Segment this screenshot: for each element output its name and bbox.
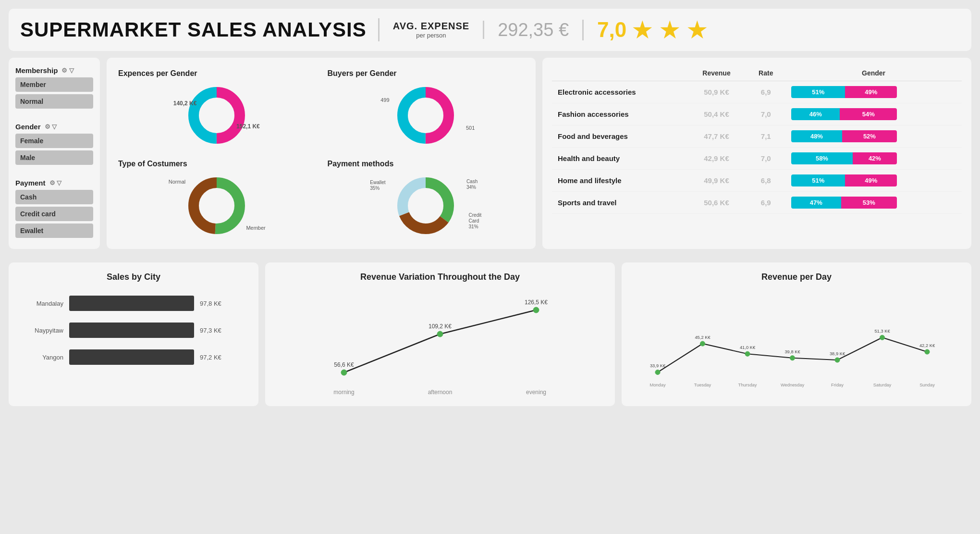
table-row: Sports and travel 50,6 K€ 6,9 47% 53% [552,192,962,214]
product-rate: 6,9 [746,192,785,214]
table-row: Home and lifestyle 49,9 K€ 6,8 51% 49% [552,170,962,192]
bar-row: Mandalay 97,8 K€ [20,296,247,311]
gender-bar-pink: 54% [840,108,897,120]
credit-card-label: CreditCard31% [469,212,482,230]
expenses-gender-donut: 140,2 K€ 152,1 K€ [178,82,255,144]
product-name: Health and beauty [552,148,687,170]
product-gender-bar: 51% 49% [785,170,962,192]
gender-bar-blue: 47% [791,197,841,209]
svg-point-24 [745,351,750,356]
membership-filter-section: Membership ⚙ ▽ Member Normal [15,66,93,111]
payment-label: Payment ⚙ ▽ [15,179,93,187]
gender-bar-blue: 51% [791,86,845,98]
bar-row: Yangon 97,2 K€ [20,349,247,365]
ewallet-label: Ewallet35% [370,180,385,191]
svg-text:41,0 K€: 41,0 K€ [740,345,756,350]
member-label: Member [246,225,265,231]
table-row: Electronic accessories 50,9 K€ 6,9 51% 4… [552,81,962,103]
product-rate: 7,0 [746,148,785,170]
product-rate: 6,8 [746,170,785,192]
svg-text:Tuesday: Tuesday [694,383,711,387]
filter-icon-gender: ⚙ ▽ [45,123,57,130]
gender-label: Gender ⚙ ▽ [15,123,93,131]
product-revenue: 42,9 K€ [687,148,747,170]
svg-text:45,2 K€: 45,2 K€ [695,335,710,340]
filter-btn-member[interactable]: Member [15,77,93,92]
main-grid: Membership ⚙ ▽ Member Normal Gender ⚙ ▽ … [9,58,971,256]
svg-point-12 [437,331,443,337]
col-header-rate: Rate [746,65,785,81]
filter-btn-creditcard[interactable]: Credit card [15,207,93,221]
svg-text:Wednesday: Wednesday [781,383,805,387]
svg-text:Sunday: Sunday [919,383,935,387]
gender-bar-pink: 52% [842,130,897,142]
cash-label: Cash34% [466,179,478,190]
expenses-blue-label: 140,2 K€ [173,100,197,107]
svg-text:morning: morning [333,389,354,396]
product-table: Revenue Rate Gender Electronic accessori… [552,65,962,214]
expenses-pink-label: 152,1 K€ [236,123,260,130]
product-gender-bar: 51% 49% [785,81,962,103]
star-1: ★ [631,15,654,44]
svg-point-27 [790,356,795,360]
sales-by-city-title: Sales by City [20,272,247,282]
filter-btn-cash[interactable]: Cash [15,190,93,204]
bar-fill [69,296,194,311]
avg-expense-sub: per person [393,32,469,39]
rating-block: 7,0 ★ ★ ★ [584,15,709,44]
svg-point-18 [655,370,660,374]
bar-row: Naypyitaw 97,3 K€ [20,323,247,338]
rating-number: 7,0 [597,18,626,42]
product-revenue: 50,4 K€ [687,103,747,125]
filter-btn-male[interactable]: Male [15,150,93,165]
buyers-gender-donut: 499 501 [387,82,464,144]
svg-text:evening: evening [526,389,546,396]
revenue-per-day-title: Revenue per Day [633,272,960,282]
filter-panel: Membership ⚙ ▽ Member Normal Gender ⚙ ▽ … [9,58,100,249]
gender-bar-blue: 48% [791,130,842,142]
bar-fill [69,349,194,365]
bottom-grid: Sales by City Mandalay 97,8 K€ Naypyitaw… [9,262,971,406]
table-row: Health and beauty 42,9 K€ 7,0 58% 42% [552,148,962,170]
bar-city-value: 97,3 K€ [200,327,233,334]
product-revenue: 47,7 K€ [687,125,747,148]
revenue-day-panel: Revenue Variation Throughout the Day 56,… [265,262,615,406]
svg-text:56,6 K€: 56,6 K€ [334,361,354,368]
avg-expense-block: AVG. EXPENSE per person [380,21,484,39]
payment-filter-section: Payment ⚙ ▽ Cash Credit card Ewallet [15,179,93,240]
table-row: Fashion accessories 50,4 K€ 7,0 46% 54% [552,103,962,125]
gender-bar-pink: 53% [841,197,897,209]
bar-city-value: 97,2 K€ [200,354,233,361]
star-2: ★ [659,15,681,44]
product-rate: 6,9 [746,81,785,103]
product-name: Food and beverages [552,125,687,148]
filter-btn-female[interactable]: Female [15,134,93,148]
product-revenue: 50,6 K€ [687,192,747,214]
col-header-product [552,65,687,81]
revenue-day-title: Revenue Variation Throughout the Day [277,272,603,282]
gender-bar-pink: 49% [845,86,897,98]
gender-bar-blue: 51% [791,174,845,186]
svg-point-21 [700,341,705,346]
buyers-gender-title: Buyers per Gender [328,69,397,78]
product-gender-bar: 47% 53% [785,192,962,214]
revenue-per-day-panel: Revenue per Day 33,9 K€ Monday 45,2 K€ T… [622,262,971,406]
svg-point-30 [835,358,840,362]
product-rate: 7,0 [746,103,785,125]
revenue-per-day-chart: 33,9 K€ Monday 45,2 K€ Tuesday 41,0 K€ T… [633,291,960,397]
svg-point-33 [880,335,884,340]
product-revenue: 50,9 K€ [687,81,747,103]
product-name: Electronic accessories [552,81,687,103]
svg-text:Thursday: Thursday [738,383,757,387]
svg-text:42,2 K€: 42,2 K€ [919,343,935,348]
filter-btn-normal[interactable]: Normal [15,94,93,109]
expenses-gender-title: Expences per Gender [118,69,197,78]
payment-methods-title: Payment methods [328,160,394,168]
svg-text:Saturday: Saturday [873,383,892,387]
product-revenue: 49,9 K€ [687,170,747,192]
buyers-right-label: 501 [466,125,475,131]
filter-btn-ewallet[interactable]: Ewallet [15,224,93,238]
product-name: Fashion accessories [552,103,687,125]
svg-point-9 [341,370,347,375]
svg-text:33,9 K€: 33,9 K€ [650,363,666,368]
